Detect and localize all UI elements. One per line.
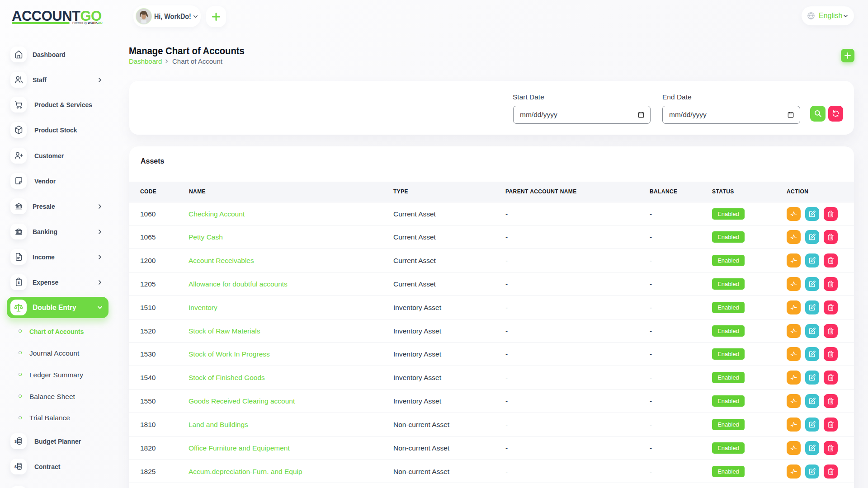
svg-text:$: $ bbox=[14, 439, 17, 443]
svg-text:$: $ bbox=[18, 281, 20, 285]
svg-text:$: $ bbox=[14, 464, 17, 469]
